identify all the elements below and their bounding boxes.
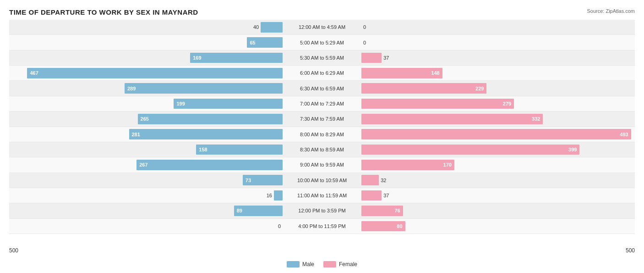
female-bar: 279 [361, 99, 514, 109]
axis-right: 500 [626, 247, 635, 254]
axis-left: 500 [9, 247, 18, 254]
legend-area: Male Female [287, 261, 357, 267]
table-row: 1695:30 AM to 5:59 AM37 [9, 50, 635, 66]
chart-container: TIME OF DEPARTURE TO WORK BY SEX IN MAYN… [0, 0, 644, 273]
time-label: 6:30 AM to 6:59 AM [285, 86, 359, 91]
female-swatch [323, 261, 336, 267]
table-row: 655:00 AM to 5:29 AM0 [9, 35, 635, 50]
table-row: 2679:00 AM to 9:59 AM170 [9, 157, 635, 173]
female-value: 80 [397, 223, 402, 229]
male-value: 199 [176, 101, 185, 106]
legend-male: Male [287, 261, 314, 267]
table-row: 2896:30 AM to 6:59 AM229 [9, 81, 635, 96]
female-value: 332 [532, 116, 540, 122]
chart-title: TIME OF DEPARTURE TO WORK BY SEX IN MAYN… [9, 8, 635, 16]
bars-area: 4012:00 AM to 4:59 AM0655:00 AM to 5:29 … [9, 20, 635, 234]
table-row: 1611:00 AM to 11:59 AM37 [9, 188, 635, 203]
male-value: 158 [199, 147, 207, 152]
male-bar: 158 [196, 145, 283, 155]
male-value: 65 [250, 40, 255, 45]
table-row: 8912:00 PM to 3:59 PM76 [9, 203, 635, 218]
female-bar: 148 [361, 68, 442, 78]
time-label: 9:00 AM to 9:59 AM [285, 162, 359, 167]
male-bar: 267 [136, 160, 283, 170]
male-value: 265 [141, 116, 149, 122]
female-bar: 493 [361, 129, 631, 139]
time-label: 12:00 PM to 3:59 PM [285, 208, 359, 213]
table-row: 4012:00 AM to 4:59 AM0 [9, 20, 635, 35]
male-value: 267 [139, 162, 147, 167]
female-value: 0 [363, 40, 366, 45]
male-bar: 265 [138, 114, 283, 124]
female-bar: 399 [361, 145, 579, 155]
time-label: 8:30 AM to 8:59 AM [285, 147, 359, 152]
female-value: 37 [383, 55, 389, 61]
female-bar: 37 [361, 190, 382, 201]
time-label: 7:30 AM to 7:59 AM [285, 116, 359, 122]
female-bar: 80 [361, 221, 405, 232]
male-bar: 40 [261, 22, 283, 33]
female-value: 76 [394, 208, 400, 213]
female-value: 493 [620, 132, 628, 137]
table-row: 2818:00 AM to 8:29 AM493 [9, 127, 635, 142]
female-bar: 332 [361, 114, 543, 124]
female-value: 279 [503, 101, 511, 106]
time-label: 7:00 AM to 7:29 AM [285, 101, 359, 106]
table-row: 1588:30 AM to 8:59 AM399 [9, 142, 635, 157]
female-bar: 170 [361, 160, 454, 170]
male-bar: 467 [27, 68, 283, 78]
female-bar: 76 [361, 206, 403, 216]
male-value: 169 [193, 55, 201, 61]
male-value: 281 [132, 132, 140, 137]
table-row: 1997:00 AM to 7:29 AM279 [9, 96, 635, 111]
male-bar: 169 [190, 53, 283, 63]
male-bar: 65 [247, 37, 283, 48]
female-bar: 37 [361, 53, 382, 63]
table-row: 2657:30 AM to 7:59 AM332 [9, 111, 635, 127]
time-label: 8:00 AM to 8:29 AM [285, 132, 359, 137]
female-value: 170 [443, 162, 452, 167]
female-value: 32 [381, 178, 386, 183]
time-label: 12:00 AM to 4:59 AM [285, 24, 359, 30]
male-value: 16 [267, 193, 272, 198]
male-bar: 199 [174, 99, 283, 109]
legend-female: Female [323, 261, 357, 267]
table-row: 4676:00 AM to 6:29 AM148 [9, 66, 635, 81]
source-text: Source: ZipAtlas.com [587, 8, 635, 14]
table-row: 7310:00 AM to 10:59 AM32 [9, 173, 635, 188]
time-label: 11:00 AM to 11:59 AM [285, 193, 359, 198]
male-bar: 89 [234, 206, 283, 216]
male-bar: 289 [125, 83, 283, 94]
male-value: 73 [246, 178, 251, 183]
male-value: 0 [278, 223, 281, 229]
female-bar: 229 [361, 83, 486, 94]
male-bar: 16 [274, 190, 283, 201]
male-value: 89 [237, 208, 242, 213]
table-row: 04:00 PM to 11:59 PM80 [9, 219, 635, 234]
legend-female-label: Female [339, 261, 357, 267]
legend-male-label: Male [302, 261, 314, 267]
female-value: 148 [431, 70, 439, 76]
female-value: 229 [475, 86, 484, 91]
time-label: 6:00 AM to 6:29 AM [285, 70, 359, 76]
female-value: 399 [568, 147, 577, 152]
male-value: 289 [127, 86, 136, 91]
male-value: 40 [253, 24, 259, 30]
male-bar: 73 [243, 175, 283, 185]
male-swatch [287, 261, 300, 267]
time-label: 10:00 AM to 10:59 AM [285, 178, 359, 183]
time-label: 4:00 PM to 11:59 PM [285, 223, 359, 229]
female-bar: 32 [361, 175, 379, 185]
time-label: 5:00 AM to 5:29 AM [285, 40, 359, 45]
female-value: 37 [383, 193, 389, 198]
male-bar: 281 [129, 129, 283, 139]
time-label: 5:30 AM to 5:59 AM [285, 55, 359, 61]
male-value: 467 [30, 70, 38, 76]
female-value: 0 [363, 24, 366, 30]
